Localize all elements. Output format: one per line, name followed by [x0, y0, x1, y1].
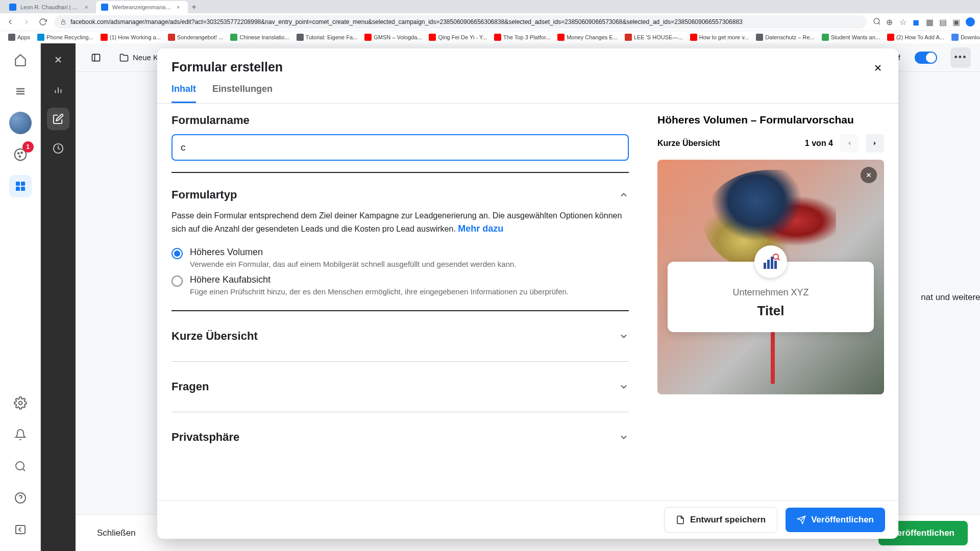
svg-rect-12 [16, 187, 20, 191]
close-icon[interactable]: × [177, 4, 183, 10]
bookmark-item[interactable]: Money Changes E... [554, 33, 621, 42]
radio-higher-volume[interactable]: Höheres Volumen Verwende ein Formular, d… [172, 244, 629, 271]
close-editor-icon[interactable] [47, 48, 69, 71]
bookmark-item[interactable]: Download - Cooki... [948, 33, 980, 42]
bookmark-item[interactable]: Student Wants an... [819, 33, 883, 42]
section-privacy[interactable]: Privatsphäre [172, 423, 629, 451]
editor-rail [41, 43, 76, 551]
favicon [429, 34, 436, 41]
send-icon [797, 515, 806, 524]
preview-prev-button[interactable] [840, 134, 859, 153]
search-icon[interactable] [9, 455, 32, 478]
close-icon[interactable]: × [85, 4, 91, 10]
preview-close-button[interactable] [861, 167, 877, 183]
truncated-text: nat und weiteren [921, 292, 980, 303]
preview-next-button[interactable] [866, 134, 884, 153]
favicon [822, 34, 829, 41]
preview-logo [754, 245, 787, 278]
favicon [756, 34, 763, 41]
reload-button[interactable] [38, 17, 48, 27]
formname-input[interactable] [172, 134, 629, 161]
address-bar-icons: ⊕ ☆ ◼ ▦ ▤ ▣ [873, 17, 975, 27]
chevron-down-icon [619, 382, 629, 392]
new-tab-button[interactable]: + [188, 1, 200, 13]
svg-line-16 [23, 469, 25, 471]
chart-icon[interactable] [47, 78, 69, 101]
favicon [887, 34, 894, 41]
modal-tabs: Inhalt Einstellungen [157, 74, 898, 104]
help-icon[interactable] [9, 487, 32, 509]
bookmark-item[interactable]: Phone Recycling... [34, 33, 96, 42]
app-root: 1 Neue Kampagne für Leadge... › [0, 43, 980, 551]
edit-icon[interactable] [47, 108, 69, 130]
more-menu-button[interactable]: ••• [950, 47, 971, 68]
profile-icon[interactable] [966, 17, 975, 27]
bookmark-item[interactable]: The Top 3 Platfor... [491, 33, 553, 42]
notifications-icon[interactable] [9, 423, 32, 446]
preview-company: Unternehmen XYZ [678, 287, 864, 298]
facebook-ext-icon[interactable]: ◼ [913, 17, 921, 26]
section-overview[interactable]: Kurze Übersicht [172, 322, 629, 350]
bookmark-item[interactable]: Tutorial: Eigene Fa... [293, 33, 361, 42]
facebook-rail: 1 [0, 43, 41, 551]
chevron-down-icon [619, 432, 629, 442]
bookmark-item[interactable]: Datenschutz – Re... [753, 33, 818, 42]
preview-frame: Unternehmen XYZ Titel [657, 160, 884, 394]
ext-icon[interactable]: ▣ [952, 17, 961, 26]
collapse-icon[interactable] [9, 518, 32, 541]
document-icon [676, 515, 685, 524]
ext-icon[interactable]: ▤ [939, 17, 947, 26]
svg-point-1 [874, 18, 879, 24]
ad-toggle[interactable] [915, 52, 937, 64]
ext-icon[interactable]: ▦ [926, 17, 934, 26]
bookmark-item[interactable]: Qing Fei De Yi - Y... [426, 33, 490, 42]
star-icon[interactable]: ☆ [899, 17, 908, 26]
save-draft-button[interactable]: Entwurf speichern [664, 507, 777, 533]
bookmark-item[interactable]: Sonderangebot! ... [165, 33, 227, 42]
bookmark-item[interactable]: Chinese translatio... [227, 33, 292, 42]
favicon [297, 34, 304, 41]
modal-close-button[interactable] [869, 59, 887, 77]
history-icon[interactable] [47, 137, 69, 160]
radio-higher-intent[interactable]: Höhere Kaufabsicht Füge einen Prüfschrit… [172, 271, 629, 299]
back-button[interactable] [5, 17, 15, 27]
home-icon[interactable] [9, 48, 32, 71]
url-bar[interactable]: facebook.com/adsmanager/manage/ads/edit?… [54, 15, 867, 29]
forward-button[interactable] [21, 17, 32, 27]
avatar[interactable] [9, 112, 32, 134]
publish-form-button[interactable]: Veröffentlichen [786, 508, 885, 532]
svg-rect-42 [771, 257, 773, 269]
editor-panel: Neue Kampagne für Leadge... › Neue Anzei… [76, 43, 980, 551]
svg-marker-36 [848, 141, 850, 145]
bookmark-item[interactable]: (2) How To Add A... [884, 33, 947, 42]
folder-icon [119, 53, 129, 62]
close-button[interactable]: Schließen [88, 523, 145, 543]
zoom-icon[interactable] [873, 17, 881, 26]
svg-rect-11 [21, 182, 25, 186]
settings-icon[interactable] [9, 392, 32, 414]
bookmark-item[interactable]: LEE 'S HOUSE—... [622, 33, 686, 42]
svg-rect-19 [16, 525, 25, 534]
section-questions[interactable]: Fragen [172, 373, 629, 400]
bookmark-item[interactable]: GMSN – Vologda... [361, 33, 425, 42]
cookie-icon[interactable]: 1 [9, 143, 32, 166]
ads-manager-icon[interactable] [9, 175, 32, 197]
panel-toggle-icon[interactable] [85, 48, 107, 67]
tab-settings[interactable]: Einstellungen [212, 84, 273, 103]
bar-chart-icon [761, 252, 781, 272]
preview-card-title: Titel [678, 303, 864, 319]
modal-body: Formularname Formulartyp Passe dein Form… [157, 104, 898, 500]
bookmark-item[interactable]: (1) How Working a... [97, 33, 164, 42]
formtype-header[interactable]: Formulartyp [172, 184, 629, 206]
formtype-description: Passe dein Formular entsprechend dem Zie… [172, 210, 629, 236]
svg-rect-13 [21, 187, 25, 191]
preview-column: Höheres Volumen – Formularvorschau Kurze… [643, 104, 898, 500]
browser-tab[interactable]: Leon R. Chaudhari | Facebook × [4, 1, 96, 13]
learn-more-link[interactable]: Mehr dazu [458, 223, 503, 234]
translate-icon[interactable]: ⊕ [886, 17, 894, 26]
tab-content[interactable]: Inhalt [172, 84, 196, 103]
apps-button[interactable]: Apps [5, 33, 33, 42]
bookmark-item[interactable]: How to get more v... [687, 33, 752, 42]
menu-icon[interactable] [9, 80, 32, 103]
browser-tab[interactable]: Werbeanzeigenmanager – We... × [96, 1, 188, 13]
